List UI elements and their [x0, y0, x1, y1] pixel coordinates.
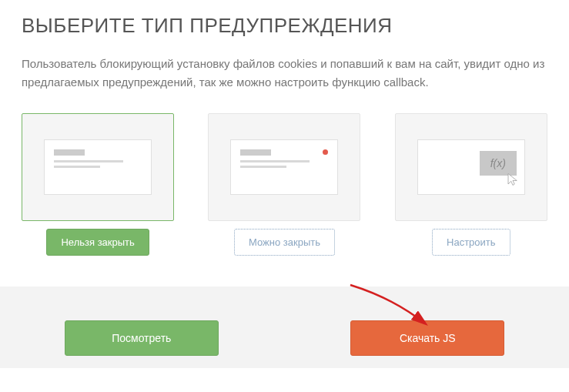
card-configure[interactable]: f(x) Настроить	[395, 113, 547, 256]
card-can-close[interactable]: Можно закрыть	[208, 113, 360, 256]
card-preview-can-close	[208, 113, 360, 221]
mock-text-line	[54, 166, 100, 168]
mock-dialog	[230, 139, 338, 195]
footer-actions: Посмотреть Скачать JS	[0, 286, 569, 368]
select-can-close-button[interactable]: Можно закрыть	[234, 229, 335, 256]
mock-title-bar	[240, 149, 271, 156]
mock-text-line	[240, 160, 310, 162]
close-dot-icon	[323, 149, 328, 155]
mock-dialog	[44, 139, 152, 195]
mock-title-bar	[54, 149, 85, 156]
select-cannot-close-button[interactable]: Нельзя закрыть	[46, 229, 149, 256]
card-preview-configure: f(x)	[395, 113, 547, 221]
card-cannot-close[interactable]: Нельзя закрыть	[22, 113, 174, 256]
download-js-button[interactable]: Скачать JS	[350, 320, 504, 356]
preview-button[interactable]: Посмотреть	[65, 320, 219, 356]
mock-dialog: f(x)	[417, 139, 525, 195]
select-configure-button[interactable]: Настроить	[432, 229, 510, 256]
page-heading: ВЫБЕРИТЕ ТИП ПРЕДУПРЕЖДЕНИЯ	[22, 14, 547, 38]
mock-text-line	[240, 166, 286, 168]
warning-type-cards: Нельзя закрыть Можно закрыть f(x)	[22, 113, 547, 256]
mock-text-line	[54, 160, 123, 162]
card-preview-cannot-close	[22, 113, 174, 221]
page-description: Пользователь блокирующий установку файло…	[22, 55, 547, 92]
cursor-icon	[506, 173, 520, 186]
